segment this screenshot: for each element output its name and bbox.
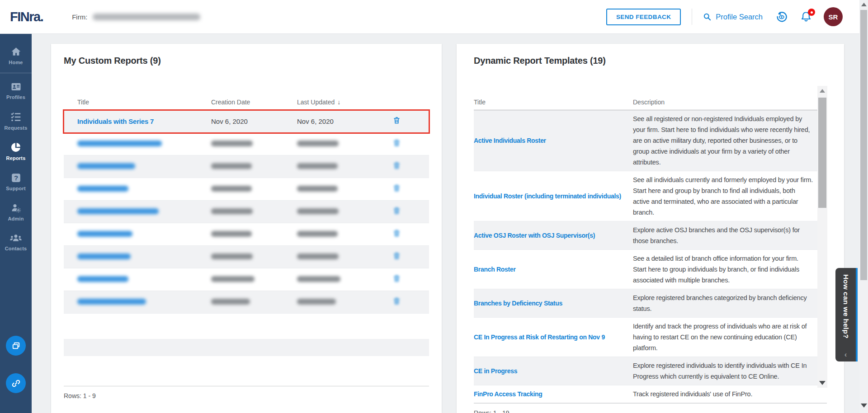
column-header-title: Title bbox=[474, 99, 633, 106]
table-row-redacted[interactable] bbox=[64, 246, 429, 268]
column-header-description: Description bbox=[633, 99, 827, 106]
redacted-date bbox=[211, 141, 253, 146]
template-link[interactable]: CE in Progress bbox=[474, 367, 517, 375]
notification-badge bbox=[808, 9, 815, 16]
templates-scrollbar[interactable] bbox=[817, 86, 827, 388]
table-row-redacted[interactable] bbox=[64, 291, 429, 314]
column-header-last-updated[interactable]: Last Updated↓ bbox=[297, 99, 383, 106]
redacted-date bbox=[211, 253, 253, 259]
table-row[interactable]: Individual Roster (including terminated … bbox=[474, 171, 827, 221]
redacted-date bbox=[297, 208, 339, 214]
template-link[interactable]: Branch Roster bbox=[474, 266, 516, 273]
link-icon bbox=[11, 378, 21, 389]
sidebar-item-label: Requests bbox=[4, 125, 27, 131]
profile-search-link[interactable]: Profile Search bbox=[703, 13, 763, 21]
table-row-redacted[interactable] bbox=[64, 268, 429, 291]
template-link[interactable]: CE In Progress at Risk of Restarting on … bbox=[474, 333, 605, 341]
template-link[interactable]: Branches by Deficiency Status bbox=[474, 300, 562, 307]
column-header-title[interactable]: Title bbox=[64, 99, 211, 106]
quick-links-button[interactable] bbox=[6, 373, 26, 393]
table-row-redacted[interactable] bbox=[64, 133, 429, 155]
template-description: See a detailed list of branch office inf… bbox=[633, 255, 799, 284]
sidebar-item-label: Home bbox=[9, 60, 23, 65]
redacted-report-title bbox=[77, 163, 135, 169]
history-button[interactable] bbox=[775, 11, 788, 23]
sidebar-item-home[interactable]: Home bbox=[0, 40, 32, 70]
trash-icon[interactable] bbox=[393, 163, 400, 171]
avatar[interactable]: SR bbox=[824, 7, 843, 26]
table-row[interactable]: CE in Progress Explore registered indivi… bbox=[474, 357, 827, 385]
template-link[interactable]: Active OSJ Roster with OSJ Supervisor(s) bbox=[474, 232, 595, 239]
redacted-date bbox=[211, 163, 252, 169]
redacted-date bbox=[297, 231, 338, 237]
rows-count-footer: Rows: 1 - 19 bbox=[474, 403, 827, 413]
trash-icon[interactable] bbox=[393, 253, 400, 261]
help-tab[interactable]: How can we help? ‹ bbox=[835, 268, 856, 361]
firm-label: Firm: bbox=[72, 13, 87, 21]
send-feedback-button[interactable]: SEND FEEDBACK bbox=[606, 9, 681, 25]
trash-icon[interactable] bbox=[393, 299, 400, 306]
browser-scrollbar[interactable] bbox=[859, 0, 868, 413]
notifications-button[interactable] bbox=[800, 11, 812, 23]
history-icon bbox=[775, 11, 788, 23]
trash-icon[interactable] bbox=[393, 186, 400, 193]
sidebar-item-label: Reports bbox=[6, 155, 26, 161]
multi-window-button[interactable] bbox=[6, 336, 26, 356]
table-row[interactable]: CE In Progress at Risk of Restarting on … bbox=[474, 318, 827, 357]
scrollbar-thumb[interactable] bbox=[860, 10, 867, 280]
scrollbar-thumb[interactable] bbox=[818, 98, 826, 208]
scroll-down-arrow-icon[interactable] bbox=[819, 381, 826, 385]
table-row-redacted[interactable] bbox=[64, 155, 429, 178]
scroll-up-arrow-icon[interactable] bbox=[820, 89, 825, 93]
scroll-up-arrow-icon[interactable] bbox=[861, 3, 867, 6]
finra-logo[interactable]: FINra. bbox=[10, 9, 43, 24]
header-actions: SEND FEEDBACK Profile Search bbox=[606, 7, 843, 26]
table-row[interactable]: FinPro Access Tracking Track registered … bbox=[474, 385, 827, 403]
sort-desc-icon: ↓ bbox=[337, 99, 340, 106]
template-description: Explore registered branches categorized … bbox=[633, 294, 807, 312]
sidebar-item-contacts[interactable]: Contacts bbox=[0, 227, 32, 257]
table-row[interactable]: Branches by Deficiency Status Explore re… bbox=[474, 289, 827, 318]
table-row-redacted[interactable] bbox=[64, 223, 429, 246]
template-link[interactable]: FinPro Access Tracking bbox=[474, 390, 542, 398]
redacted-date bbox=[297, 299, 336, 305]
sidebar-item-requests[interactable]: Requests bbox=[0, 106, 32, 136]
report-link[interactable]: Individuals with Series 7 bbox=[77, 117, 154, 125]
support-icon: ? bbox=[10, 172, 22, 183]
template-description: See all registered or non-registered Ind… bbox=[633, 115, 810, 166]
trash-icon[interactable] bbox=[393, 118, 400, 126]
header-divider bbox=[692, 9, 692, 25]
trash-icon[interactable] bbox=[393, 208, 400, 216]
copy-icon bbox=[11, 341, 21, 351]
redacted-report-title bbox=[77, 186, 128, 192]
trash-icon[interactable] bbox=[393, 231, 400, 239]
table-row-redacted[interactable] bbox=[64, 178, 429, 201]
column-header-creation-date[interactable]: Creation Date bbox=[211, 99, 297, 106]
template-link[interactable]: Individual Roster (including terminated … bbox=[474, 192, 621, 200]
table-row[interactable]: Branch Roster See a detailed list of bra… bbox=[474, 250, 827, 289]
table-header: Title Creation Date Last Updated↓ bbox=[64, 99, 429, 110]
table-row[interactable]: Active Individuals Roster See all regist… bbox=[474, 110, 827, 171]
trash-icon[interactable] bbox=[393, 276, 400, 284]
last-updated: Nov 6, 2020 bbox=[297, 117, 334, 125]
table-row[interactable]: Active OSJ Roster with OSJ Supervisor(s)… bbox=[474, 221, 827, 250]
redacted-date bbox=[211, 231, 252, 237]
redacted-report-title bbox=[77, 276, 128, 282]
sidebar-item-profiles[interactable]: Profiles bbox=[0, 75, 32, 106]
sidebar-item-reports[interactable]: Reports bbox=[0, 136, 32, 166]
table-row-redacted[interactable] bbox=[64, 201, 429, 223]
sidebar-item-support[interactable]: ? Support bbox=[0, 166, 32, 197]
redacted-date bbox=[211, 276, 255, 282]
rows-count-footer: Rows: 1 - 9 bbox=[64, 386, 429, 413]
template-description: See all individuals currently and former… bbox=[633, 176, 813, 216]
redacted-report-title bbox=[77, 299, 146, 305]
trash-icon[interactable] bbox=[393, 141, 400, 148]
custom-reports-rows: Individuals with Series 7 Nov 6, 2020 No… bbox=[64, 110, 429, 314]
table-row[interactable]: Individuals with Series 7 Nov 6, 2020 No… bbox=[64, 110, 429, 133]
template-link[interactable]: Active Individuals Roster bbox=[474, 137, 546, 144]
help-tab-label: How can we help? bbox=[842, 274, 850, 338]
scroll-down-arrow-icon[interactable] bbox=[861, 404, 867, 408]
admin-icon bbox=[10, 202, 22, 214]
panel-title: My Custom Reports (9) bbox=[64, 56, 429, 66]
sidebar-item-admin[interactable]: Admin bbox=[0, 197, 32, 227]
